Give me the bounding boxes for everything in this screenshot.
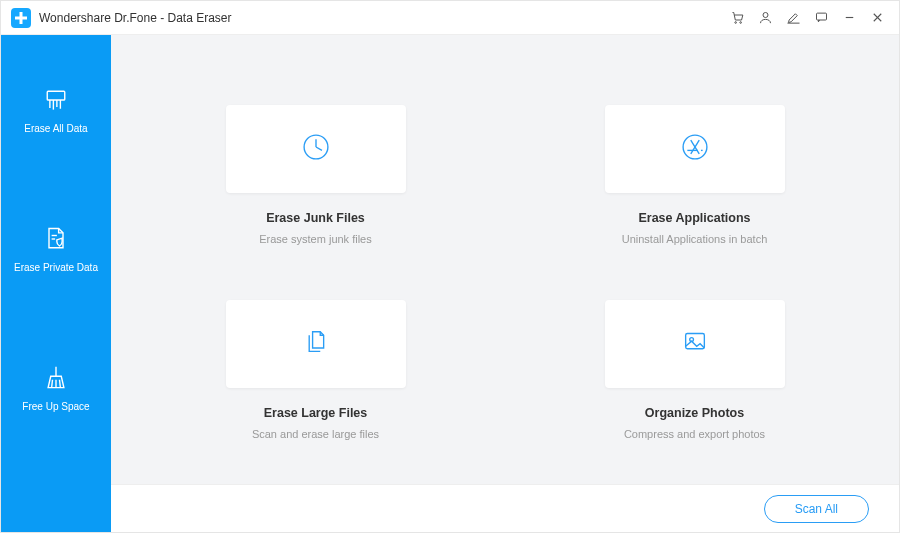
clock-icon [299, 130, 333, 168]
sidebar: Erase All Data Erase Private Data [1, 35, 111, 532]
card-button-erase-large-files[interactable] [226, 300, 406, 388]
card-erase-junk-files: Erase Junk Files Erase system junk files [181, 105, 450, 260]
card-title: Organize Photos [645, 406, 744, 420]
svg-line-23 [316, 147, 322, 150]
app-title: Wondershare Dr.Fone - Data Eraser [39, 11, 232, 25]
footer: Scan All [111, 484, 899, 532]
svg-rect-6 [816, 13, 826, 20]
main: Erase Junk Files Erase system junk files [111, 35, 899, 532]
svg-line-18 [52, 380, 53, 388]
sidebar-item-label: Free Up Space [22, 401, 89, 412]
close-icon[interactable] [863, 4, 891, 32]
edit-icon[interactable] [779, 4, 807, 32]
sidebar-item-label: Erase All Data [24, 123, 87, 134]
minimize-icon[interactable] [835, 4, 863, 32]
sidebar-item-erase-private-data[interactable]: Erase Private Data [14, 224, 98, 273]
card-button-erase-junk-files[interactable] [226, 105, 406, 193]
svg-rect-2 [15, 16, 27, 19]
card-title: Erase Applications [638, 211, 750, 225]
card-subtitle: Uninstall Applications in batch [622, 233, 768, 245]
svg-point-5 [763, 13, 768, 18]
svg-point-3 [734, 22, 736, 24]
appstore-icon [678, 130, 712, 168]
card-button-erase-applications[interactable] [605, 105, 785, 193]
app-window: Wondershare Dr.Fone - Data Eraser [0, 0, 900, 533]
app-logo-icon [11, 8, 31, 28]
card-title: Erase Junk Files [266, 211, 365, 225]
svg-line-20 [59, 380, 60, 388]
svg-rect-10 [47, 91, 65, 100]
document-shield-icon [41, 224, 71, 254]
card-subtitle: Compress and export photos [624, 428, 765, 440]
card-erase-applications: Erase Applications Uninstall Application… [560, 105, 829, 260]
broom-icon [41, 363, 71, 393]
body: Erase All Data Erase Private Data [1, 35, 899, 532]
sidebar-item-erase-all-data[interactable]: Erase All Data [24, 85, 87, 134]
files-icon [299, 325, 333, 363]
titlebar: Wondershare Dr.Fone - Data Eraser [1, 1, 899, 35]
sidebar-item-free-up-space[interactable]: Free Up Space [22, 363, 89, 412]
card-organize-photos: Organize Photos Compress and export phot… [560, 300, 829, 455]
card-title: Erase Large Files [264, 406, 368, 420]
card-button-organize-photos[interactable] [605, 300, 785, 388]
svg-point-4 [739, 22, 741, 24]
photo-icon [678, 325, 712, 363]
cart-icon[interactable] [723, 4, 751, 32]
feedback-icon[interactable] [807, 4, 835, 32]
svg-rect-29 [685, 333, 704, 348]
shredder-icon [41, 85, 71, 115]
account-icon[interactable] [751, 4, 779, 32]
scan-all-button[interactable]: Scan All [764, 495, 869, 523]
sidebar-item-label: Erase Private Data [14, 262, 98, 273]
card-subtitle: Erase system junk files [259, 233, 371, 245]
card-grid: Erase Junk Files Erase system junk files [111, 35, 899, 484]
card-subtitle: Scan and erase large files [252, 428, 379, 440]
card-erase-large-files: Erase Large Files Scan and erase large f… [181, 300, 450, 455]
